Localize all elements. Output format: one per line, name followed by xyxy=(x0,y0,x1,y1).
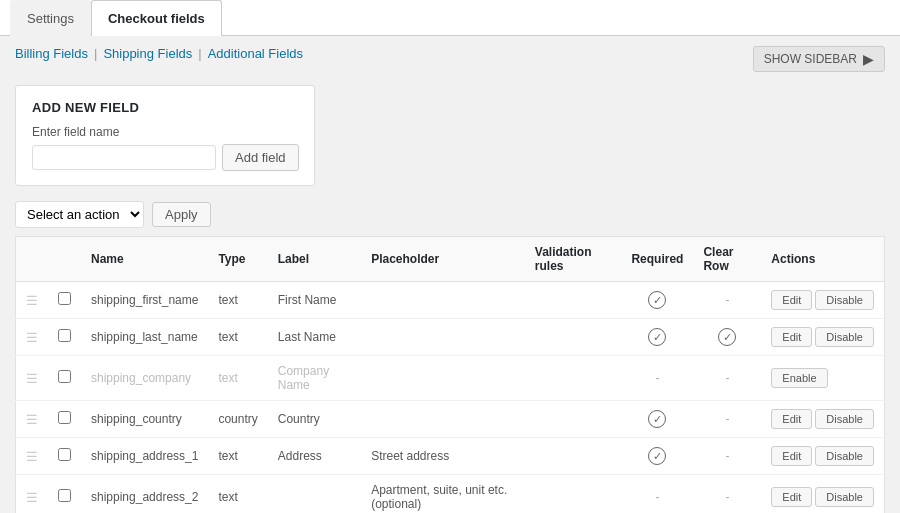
drag-handle[interactable]: ☰ xyxy=(16,401,49,438)
table-row: ☰shipping_address_2textApartment, suite,… xyxy=(16,475,885,514)
field-clear-row: - xyxy=(693,356,761,401)
sub-nav: Billing Fields | Shipping Fields | Addit… xyxy=(15,46,303,61)
field-placeholder: Apartment, suite, unit etc. (optional) xyxy=(361,475,525,514)
show-sidebar-label: SHOW SIDEBAR xyxy=(764,52,857,66)
drag-handle[interactable]: ☰ xyxy=(16,475,49,514)
row-checkbox[interactable] xyxy=(48,319,81,356)
field-label: Country xyxy=(268,401,361,438)
col-type: Type xyxy=(208,237,267,282)
subnav-shipping[interactable]: Shipping Fields xyxy=(103,46,192,61)
col-actions: Actions xyxy=(761,237,884,282)
table-row: ☰shipping_countrycountryCountry✓-EditDis… xyxy=(16,401,885,438)
disable-button[interactable]: Disable xyxy=(815,327,874,347)
field-clear-row: - xyxy=(693,401,761,438)
field-name: shipping_company xyxy=(81,356,208,401)
drag-handle[interactable]: ☰ xyxy=(16,356,49,401)
top-row: Billing Fields | Shipping Fields | Addit… xyxy=(15,46,885,73)
field-name: shipping_address_1 xyxy=(81,438,208,475)
drag-handle[interactable]: ☰ xyxy=(16,438,49,475)
field-required: - xyxy=(621,356,693,401)
tab-checkout-fields[interactable]: Checkout fields xyxy=(91,0,222,36)
field-type: text xyxy=(208,319,267,356)
disable-button[interactable]: Disable xyxy=(815,487,874,507)
show-sidebar-button[interactable]: SHOW SIDEBAR ▶ xyxy=(753,46,885,72)
enable-button[interactable]: Enable xyxy=(771,368,827,388)
field-label: Last Name xyxy=(268,319,361,356)
tab-settings[interactable]: Settings xyxy=(10,0,91,36)
field-placeholder xyxy=(361,282,525,319)
field-label: First Name xyxy=(268,282,361,319)
field-required: ✓ xyxy=(621,438,693,475)
field-name-input[interactable] xyxy=(32,145,216,170)
fields-table: Name Type Label Placeholder Validation r… xyxy=(15,236,885,513)
add-field-title: ADD NEW FIELD xyxy=(32,100,298,115)
field-required: ✓ xyxy=(621,282,693,319)
field-validation xyxy=(525,475,622,514)
table-header-row: Name Type Label Placeholder Validation r… xyxy=(16,237,885,282)
disable-button[interactable]: Disable xyxy=(815,446,874,466)
add-field-button[interactable]: Add field xyxy=(222,144,299,171)
disable-button[interactable]: Disable xyxy=(815,290,874,310)
col-placeholder: Placeholder xyxy=(361,237,525,282)
col-clear-row: Clear Row xyxy=(693,237,761,282)
edit-button[interactable]: Edit xyxy=(771,290,812,310)
add-field-row: Add field xyxy=(32,144,298,171)
field-name: shipping_country xyxy=(81,401,208,438)
field-actions: EditDisable xyxy=(761,319,884,356)
arrow-right-icon: ▶ xyxy=(863,51,874,67)
bulk-actions: Select an action Apply xyxy=(15,201,885,228)
disable-button[interactable]: Disable xyxy=(815,409,874,429)
table-section: Select an action Apply Name Type Label P… xyxy=(15,201,885,513)
table-row: ☰shipping_companytextCompany Name--Enabl… xyxy=(16,356,885,401)
field-clear-row: - xyxy=(693,282,761,319)
bulk-action-select[interactable]: Select an action xyxy=(15,201,144,228)
field-validation xyxy=(525,282,622,319)
field-validation xyxy=(525,356,622,401)
edit-button[interactable]: Edit xyxy=(771,446,812,466)
field-placeholder: Street address xyxy=(361,438,525,475)
row-checkbox[interactable] xyxy=(48,401,81,438)
tabs-bar: Settings Checkout fields xyxy=(0,0,900,36)
field-validation xyxy=(525,438,622,475)
edit-button[interactable]: Edit xyxy=(771,487,812,507)
row-checkbox[interactable] xyxy=(48,282,81,319)
edit-button[interactable]: Edit xyxy=(771,327,812,347)
drag-handle[interactable]: ☰ xyxy=(16,319,49,356)
row-checkbox[interactable] xyxy=(48,438,81,475)
field-required: ✓ xyxy=(621,401,693,438)
field-type: text xyxy=(208,356,267,401)
row-checkbox[interactable] xyxy=(48,356,81,401)
field-type: country xyxy=(208,401,267,438)
add-field-box: ADD NEW FIELD Enter field name Add field xyxy=(15,85,315,186)
row-checkbox[interactable] xyxy=(48,475,81,514)
separator-1: | xyxy=(94,46,97,61)
col-label: Label xyxy=(268,237,361,282)
field-clear-row: - xyxy=(693,438,761,475)
col-drag xyxy=(16,237,49,282)
field-type: text xyxy=(208,438,267,475)
field-actions: EditDisable xyxy=(761,438,884,475)
field-placeholder xyxy=(361,401,525,438)
field-validation xyxy=(525,401,622,438)
apply-button[interactable]: Apply xyxy=(152,202,211,227)
field-name: shipping_last_name xyxy=(81,319,208,356)
field-required: ✓ xyxy=(621,319,693,356)
col-name: Name xyxy=(81,237,208,282)
field-actions: Enable xyxy=(761,356,884,401)
subnav-billing[interactable]: Billing Fields xyxy=(15,46,88,61)
separator-2: | xyxy=(198,46,201,61)
field-validation xyxy=(525,319,622,356)
field-placeholder xyxy=(361,356,525,401)
field-clear-row: - xyxy=(693,475,761,514)
add-field-label: Enter field name xyxy=(32,125,298,139)
field-clear-row: ✓ xyxy=(693,319,761,356)
table-row: ☰shipping_last_nametextLast Name✓✓EditDi… xyxy=(16,319,885,356)
col-validation: Validation rules xyxy=(525,237,622,282)
field-label: Address xyxy=(268,438,361,475)
drag-handle[interactable]: ☰ xyxy=(16,282,49,319)
subnav-additional[interactable]: Additional Fields xyxy=(208,46,303,61)
field-type: text xyxy=(208,282,267,319)
edit-button[interactable]: Edit xyxy=(771,409,812,429)
field-label xyxy=(268,475,361,514)
field-name: shipping_first_name xyxy=(81,282,208,319)
